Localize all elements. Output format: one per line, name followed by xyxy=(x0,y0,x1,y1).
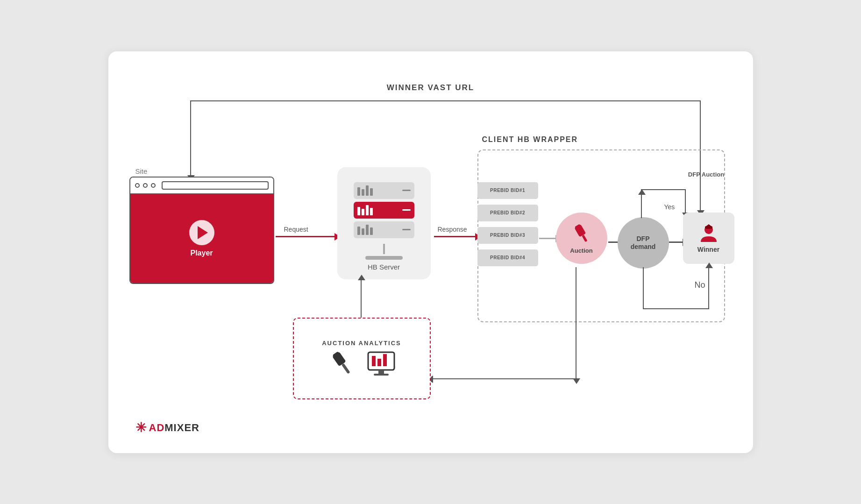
hb-wrapper-label: CLIENT HB WRAPPER xyxy=(482,135,578,144)
dfp-demand-label: DFPdemand xyxy=(631,235,656,251)
prebid-bid-4: PREBID BID#4 xyxy=(477,249,538,266)
auction-label: Auction xyxy=(570,247,592,254)
analytics-box: AUCTION ANALYTICS xyxy=(293,318,431,399)
auction-circle: Auction xyxy=(556,213,607,264)
dfp-to-analytics-arrow xyxy=(576,267,576,379)
vast-url-line xyxy=(190,100,701,101)
analytics-label: AUCTION ANALYTICS xyxy=(322,340,401,347)
dfp-auction-box: DFP Auction xyxy=(683,167,730,183)
yes-label: Yes xyxy=(664,203,675,211)
server-stand xyxy=(383,244,385,254)
analytics-arrow-horizontal xyxy=(432,378,576,379)
play-triangle-icon xyxy=(198,226,208,239)
analytics-hammer-icon xyxy=(327,350,357,377)
server-row-2 xyxy=(354,202,414,219)
admixer-text: ADMIXER xyxy=(149,422,199,434)
prebid-bid-2: PREBID BID#2 xyxy=(477,205,538,221)
admixer-ad: AD xyxy=(149,422,165,433)
prebid-bid-1: PREBID BID#1 xyxy=(477,182,538,199)
prebid-bid-3: PREBID BID#3 xyxy=(477,227,538,244)
dfp-down-line xyxy=(685,189,686,213)
auction-hammer-icon xyxy=(569,222,594,246)
no-label: No xyxy=(695,280,705,290)
browser-urlbar xyxy=(162,181,269,190)
analytics-icons xyxy=(327,350,396,377)
winner-vast-label: WINNER VAST URL xyxy=(387,83,474,92)
response-arrow-container: Response xyxy=(434,236,476,237)
server-stack xyxy=(354,182,414,238)
svg-rect-13 xyxy=(378,370,384,374)
admixer-star-icon: ✳ xyxy=(135,421,146,434)
request-label: Request xyxy=(284,226,308,233)
response-label: Response xyxy=(438,226,467,233)
player-browser: Player xyxy=(129,177,274,284)
svg-rect-11 xyxy=(377,359,381,366)
browser-titlebar xyxy=(130,177,273,194)
no-arrow-line-vertical xyxy=(643,267,644,309)
dfp-up-arrow xyxy=(641,189,642,218)
analytics-to-server-arrow xyxy=(361,279,362,318)
prebid-bid-list: PREBID BID#1 PREBID BID#2 PREBID BID#3 P… xyxy=(477,182,538,266)
winner-person-icon xyxy=(698,223,719,244)
svg-rect-12 xyxy=(383,354,387,366)
server-row-1 xyxy=(354,182,414,199)
dfp-demand-circle: DFPdemand xyxy=(618,217,669,269)
svg-rect-10 xyxy=(372,356,376,366)
site-label: Site xyxy=(135,167,148,175)
request-arrow: Request xyxy=(276,236,335,237)
svg-rect-8 xyxy=(342,363,350,374)
request-arrow-container: Request xyxy=(276,236,335,237)
no-arrow-right xyxy=(643,308,709,309)
winner-label: Winner xyxy=(697,246,719,253)
browser-dot-3 xyxy=(151,183,156,188)
hb-server-box: HB Server xyxy=(337,167,431,279)
browser-content: Player xyxy=(130,194,273,283)
dfp-right-line xyxy=(641,189,686,190)
server-base xyxy=(365,256,403,260)
prebid-to-auction-arrow xyxy=(539,238,557,239)
browser-dot-1 xyxy=(135,183,140,188)
player-label: Player xyxy=(190,249,213,257)
no-arrow-up xyxy=(708,267,709,309)
admixer-mixer: MIXER xyxy=(164,422,199,433)
dfp-auction-label: DFP Auction xyxy=(687,171,726,179)
hb-server-label: HB Server xyxy=(368,263,400,271)
analytics-chart-icon xyxy=(366,350,396,377)
admixer-logo: ✳ ADMIXER xyxy=(135,421,199,434)
main-diagram: WINNER VAST URL CLIENT HB WRAPPER Site P… xyxy=(108,51,753,453)
server-row-3 xyxy=(354,221,414,238)
svg-rect-14 xyxy=(374,374,389,376)
winner-box: Winner xyxy=(683,213,734,264)
vast-url-left-drop xyxy=(190,100,191,184)
svg-rect-2 xyxy=(582,234,587,242)
play-button xyxy=(189,220,214,245)
dfp-to-winner-arrow xyxy=(669,241,684,243)
browser-dot-2 xyxy=(143,183,148,188)
svg-marker-5 xyxy=(705,224,712,227)
